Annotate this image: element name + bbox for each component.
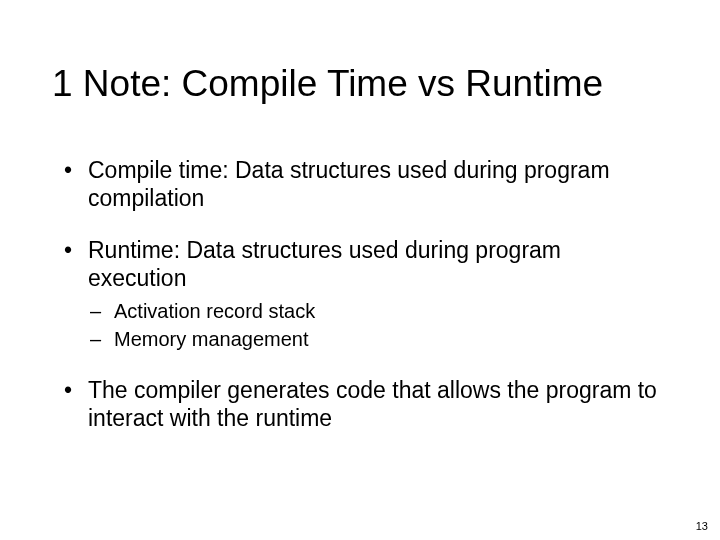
bullet-text: Compile time: Data structures used durin… [88, 157, 610, 211]
sub-bullet-text: Activation record stack [114, 300, 315, 322]
slide: 1 Note: Compile Time vs Runtime Compile … [0, 0, 720, 540]
list-item: The compiler generates code that allows … [60, 376, 660, 432]
bullet-list: Compile time: Data structures used durin… [60, 156, 660, 432]
list-item: Activation record stack [88, 298, 660, 324]
slide-title: 1 Note: Compile Time vs Runtime [52, 64, 668, 105]
list-item: Runtime: Data structures used during pro… [60, 236, 660, 352]
list-item: Memory management [88, 326, 660, 352]
bullet-text: Runtime: Data structures used during pro… [88, 237, 561, 291]
list-item: Compile time: Data structures used durin… [60, 156, 660, 212]
bullet-text: The compiler generates code that allows … [88, 377, 657, 431]
page-number: 13 [696, 520, 708, 532]
sub-bullet-text: Memory management [114, 328, 309, 350]
slide-body: Compile time: Data structures used durin… [60, 156, 660, 456]
sub-bullet-list: Activation record stack Memory managemen… [88, 298, 660, 352]
